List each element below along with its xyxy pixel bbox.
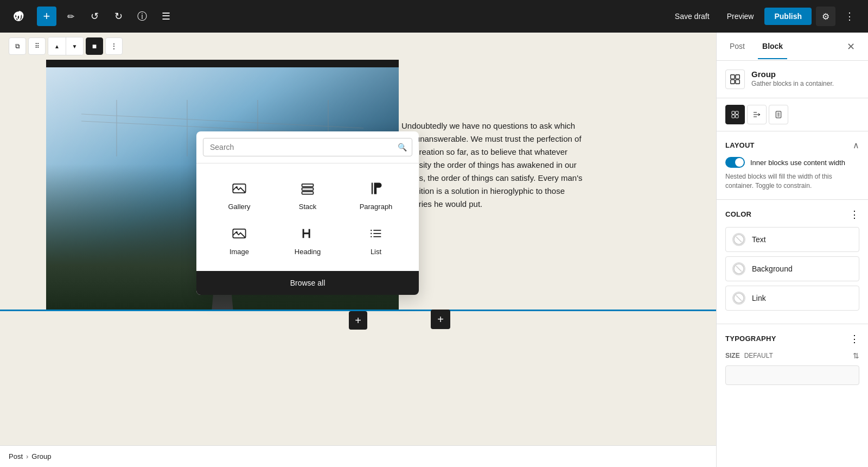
- list-view-button[interactable]: ☰: [156, 7, 176, 26]
- block-group-button[interactable]: ⧉: [9, 37, 26, 55]
- inserter-item-heading[interactable]: Heading: [273, 217, 342, 262]
- typography-more-icon[interactable]: ⋮: [850, 333, 859, 345]
- wp-logo-button[interactable]: [9, 7, 28, 26]
- layout-section: Layout ∧ Inner blocks use content width …: [717, 131, 868, 200]
- plus-icon: +: [43, 9, 50, 23]
- color-option-background[interactable]: Background: [725, 256, 859, 281]
- group-action-icon: [731, 110, 739, 119]
- inserter-item-stack[interactable]: Stack: [273, 172, 342, 217]
- move-up-button[interactable]: ▲: [48, 37, 66, 55]
- size-input-bar[interactable]: [725, 365, 859, 385]
- inserter-item-gallery[interactable]: Gallery: [205, 172, 273, 217]
- add-block-toolbar-button[interactable]: +: [37, 7, 56, 26]
- size-label: SIZE: [725, 352, 740, 359]
- more-options-button[interactable]: ⋮: [840, 7, 859, 26]
- panel-close-button[interactable]: ✕: [842, 38, 859, 55]
- block-more-button[interactable]: ⋮: [105, 37, 123, 55]
- block-drag-handle[interactable]: ⠿: [28, 37, 46, 55]
- layout-section-header[interactable]: Layout ∧: [725, 140, 859, 150]
- main-toolbar: + ✏ ↺ ↻ ⓘ ☰ Save draft Preview Publish ⚙…: [0, 0, 868, 33]
- background-color-label: Background: [752, 264, 793, 273]
- publish-button[interactable]: Publish: [764, 8, 812, 25]
- bg-swatch-icon: [733, 263, 744, 274]
- pencil-icon: ✏: [67, 11, 74, 22]
- inserter-item-list[interactable]: List: [342, 217, 410, 262]
- link-swatch-icon: [733, 293, 744, 304]
- browse-all-button[interactable]: Browse all: [196, 271, 419, 295]
- info-icon: ⓘ: [137, 10, 147, 23]
- image-top-bar: [46, 60, 399, 67]
- block-align-button[interactable]: ■: [86, 37, 103, 55]
- svg-rect-10: [302, 188, 314, 191]
- svg-line-40: [736, 295, 742, 301]
- layout-section-title: Layout: [725, 141, 755, 149]
- inserter-grid: Gallery Stack: [196, 163, 419, 271]
- svg-rect-9: [302, 184, 314, 187]
- toolbar-right: Save draft Preview Publish ⚙ ⋮: [668, 7, 859, 26]
- inserter-item-paragraph[interactable]: Paragraph: [342, 172, 410, 217]
- ellipsis-icon: ⋮: [845, 10, 854, 22]
- edit-mode-button[interactable]: ✏: [61, 7, 80, 26]
- size-slider-icon[interactable]: ⇅: [853, 351, 859, 360]
- redo-icon: ↻: [114, 10, 123, 22]
- search-icon: 🔍: [398, 143, 407, 152]
- inner-blocks-toggle[interactable]: [725, 157, 745, 168]
- save-draft-button[interactable]: Save draft: [668, 9, 716, 24]
- panel-block-name: Group: [751, 70, 834, 79]
- tab-post[interactable]: Post: [725, 34, 749, 59]
- heading-label: Heading: [295, 248, 321, 256]
- color-option-text[interactable]: Text: [725, 227, 859, 252]
- gear-icon: ⚙: [822, 11, 829, 22]
- tab-block[interactable]: Block: [758, 34, 787, 59]
- info-button[interactable]: ⓘ: [132, 7, 152, 26]
- typography-section: Typography ⋮ SIZE DEFAULT ⇅: [717, 324, 868, 394]
- move-down-button[interactable]: ▼: [66, 37, 83, 55]
- text-swatch-icon: [733, 234, 744, 245]
- color-option-link[interactable]: Link: [725, 286, 859, 311]
- svg-rect-20: [731, 75, 735, 79]
- svg-rect-26: [732, 115, 735, 118]
- panel-action-justify-button[interactable]: [747, 105, 767, 124]
- layout-toggle-desc: Nested blocks will fill the width of thi…: [725, 172, 859, 191]
- stack-icon: [298, 179, 317, 198]
- layout-toggle-label: Inner blocks use content width: [750, 159, 845, 167]
- svg-rect-22: [731, 80, 735, 84]
- redo-button[interactable]: ↻: [108, 7, 128, 26]
- block-inserter-popup: 🔍 Gallery: [196, 131, 419, 295]
- search-wrapper: 🔍: [203, 138, 412, 156]
- size-value: DEFAULT: [744, 352, 773, 359]
- typography-size-row: SIZE DEFAULT ⇅: [725, 351, 859, 360]
- settings-button[interactable]: ⚙: [816, 7, 835, 26]
- preview-button[interactable]: Preview: [720, 9, 761, 24]
- image-label: Image: [229, 248, 249, 256]
- text-color-label: Text: [752, 235, 766, 244]
- svg-line-38: [736, 266, 742, 272]
- svg-point-13: [236, 231, 238, 234]
- block-move-group: ▲ ▼: [48, 37, 84, 55]
- editor-area[interactable]: ⧉ ⠿ ▲ ▼ ■ ⋮: [0, 33, 716, 467]
- background-color-swatch: [732, 262, 745, 275]
- wp-logo-icon: [13, 11, 24, 22]
- gallery-icon: [229, 179, 249, 198]
- svg-point-19: [371, 236, 372, 237]
- paragraph-label: Paragraph: [360, 203, 393, 211]
- undo-button[interactable]: ↺: [85, 7, 104, 26]
- breadcrumb-post[interactable]: Post: [9, 452, 23, 460]
- gallery-label: Gallery: [228, 203, 250, 211]
- right-panel: Post Block ✕ Group Gather blocks in a co…: [716, 33, 868, 467]
- color-more-icon[interactable]: ⋮: [850, 209, 859, 220]
- inserter-search-area: 🔍: [196, 131, 419, 163]
- list-icon: [366, 224, 386, 243]
- image-icon: [229, 224, 249, 243]
- add-block-corner-button[interactable]: +: [431, 310, 450, 329]
- layout-chevron-icon: ∧: [853, 140, 859, 150]
- add-block-inline-button[interactable]: +: [349, 311, 367, 330]
- panel-action-group-button[interactable]: [725, 105, 745, 124]
- block-search-input[interactable]: [203, 138, 412, 156]
- panel-block-actions: [717, 98, 868, 131]
- inserter-item-image[interactable]: Image: [205, 217, 273, 262]
- link-color-swatch: [732, 292, 745, 305]
- breadcrumb-group[interactable]: Group: [31, 452, 51, 460]
- panel-action-constrain-button[interactable]: [769, 105, 788, 124]
- svg-rect-11: [302, 192, 314, 194]
